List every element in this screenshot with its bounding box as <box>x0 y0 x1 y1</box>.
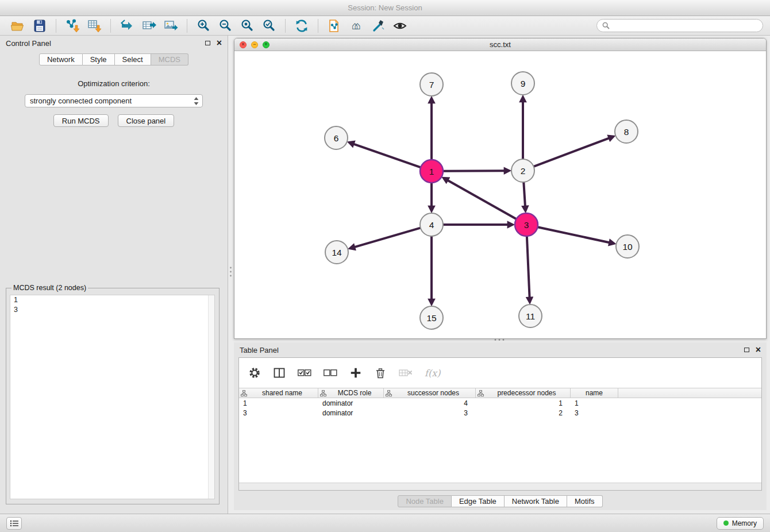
deselect-all-columns-icon[interactable] <box>324 369 337 377</box>
edge-2-3[interactable] <box>523 182 525 206</box>
node-label-1: 1 <box>429 167 434 176</box>
node-label-6: 6 <box>334 133 339 143</box>
first-neighbors-icon: ⌂⌂ <box>352 20 361 32</box>
close-window-button[interactable]: × <box>240 41 247 48</box>
zoom-selected-button[interactable] <box>258 17 280 34</box>
column-header-mcds-role[interactable]: MCDS role <box>318 388 384 398</box>
tab-network-table[interactable]: Network Table <box>505 495 567 507</box>
cell-successor-nodes[interactable]: 3 <box>384 409 476 417</box>
result-scrollbar[interactable] <box>208 295 214 499</box>
edge-3-10[interactable] <box>538 227 610 242</box>
table-settings-gear-icon[interactable] <box>248 367 261 379</box>
vertical-splitter-grip[interactable] <box>229 265 233 278</box>
import-table-button[interactable] <box>83 17 105 34</box>
close-table-panel-icon[interactable]: × <box>756 346 761 353</box>
create-column-plus-icon[interactable] <box>349 367 362 379</box>
table-row[interactable]: 3 dominator 3 2 3 <box>239 408 761 418</box>
apply-style-button[interactable] <box>367 17 389 34</box>
table-panel-title: Table Panel <box>240 346 279 354</box>
zoom-out-icon <box>218 18 233 33</box>
mcds-result-list[interactable]: 1 3 <box>10 295 215 499</box>
function-builder-icon-disabled: f(x) <box>425 368 440 379</box>
network-canvas[interactable]: 7968124310141511 <box>234 51 766 338</box>
column-header-shared-name[interactable]: shared name <box>239 388 318 398</box>
document-share-icon <box>327 18 342 33</box>
zoom-out-button[interactable] <box>214 17 236 34</box>
delete-column-trash-icon[interactable] <box>374 367 387 379</box>
tab-select[interactable]: Select <box>115 53 151 65</box>
first-neighbors-button[interactable]: ⌂⌂ <box>345 17 367 34</box>
show-hide-button[interactable] <box>389 17 411 34</box>
show-column-panel-icon[interactable] <box>273 367 286 379</box>
search-icon <box>602 22 610 29</box>
cell-mcds-role[interactable]: dominator <box>318 409 384 417</box>
node-label-4: 4 <box>429 220 434 230</box>
zoom-in-button[interactable] <box>192 17 214 34</box>
node-label-3: 3 <box>524 220 529 230</box>
tab-network[interactable]: Network <box>39 53 83 65</box>
cell-predecessor-nodes[interactable]: 2 <box>476 409 571 417</box>
control-panel-tabs: Network Style Select MCDS <box>0 53 228 65</box>
zoom-in-icon <box>196 18 211 33</box>
window-title: Session: New Session <box>348 3 422 12</box>
tree-icon <box>241 390 247 396</box>
network-window-title: scc.txt <box>234 40 766 49</box>
maximize-window-button[interactable]: + <box>263 41 270 48</box>
tab-edge-table[interactable]: Edge Table <box>452 495 505 507</box>
export-image-button[interactable] <box>160 17 182 34</box>
cell-predecessor-nodes[interactable]: 1 <box>476 399 571 407</box>
cell-shared-name[interactable]: 3 <box>239 409 318 417</box>
network-view-window: × − + scc.txt 7968124310141511 <box>234 38 767 339</box>
close-panel-button[interactable]: Close panel <box>118 114 175 127</box>
close-panel-icon[interactable]: × <box>217 40 222 47</box>
export-table-button[interactable] <box>138 17 160 34</box>
edge-1-2[interactable] <box>443 171 505 171</box>
search-box[interactable] <box>596 19 763 32</box>
new-network-from-selection-button[interactable] <box>324 17 345 34</box>
zoom-fit-button[interactable] <box>236 17 258 34</box>
column-header-successor-nodes[interactable]: successor nodes <box>384 388 476 398</box>
minimize-window-button[interactable]: − <box>251 41 258 48</box>
column-header-predecessor-nodes[interactable]: predecessor nodes <box>476 388 571 398</box>
table-panel: Table Panel × <box>234 342 767 510</box>
export-network-icon <box>120 18 134 33</box>
table-tabs: Node Table Edge Table Network Table Moti… <box>234 495 767 507</box>
cell-name[interactable]: 1 <box>571 399 618 407</box>
table-row[interactable]: 1 dominator 4 1 1 <box>239 398 761 408</box>
save-session-button[interactable] <box>29 17 51 34</box>
column-header-name[interactable]: name <box>571 388 618 398</box>
cell-mcds-role[interactable]: dominator <box>318 399 384 407</box>
run-mcds-button[interactable]: Run MCDS <box>53 114 109 127</box>
toolbar-separator <box>110 19 111 33</box>
export-network-button[interactable] <box>116 17 138 34</box>
window-titlebar[interactable]: Session: New Session <box>0 0 770 16</box>
table-horizontal-scrollbar[interactable] <box>239 483 761 490</box>
cell-successor-nodes[interactable]: 4 <box>384 399 476 407</box>
edge-2-8[interactable] <box>534 138 609 167</box>
edge-4-14[interactable] <box>355 228 421 247</box>
tree-icon <box>320 390 326 396</box>
import-network-button[interactable] <box>61 17 83 34</box>
task-history-button[interactable] <box>6 517 22 530</box>
network-window-titlebar[interactable]: × − + scc.txt <box>234 38 766 51</box>
node-label-7: 7 <box>429 80 434 90</box>
memory-button[interactable]: Memory <box>717 517 764 530</box>
tab-node-table[interactable]: Node Table <box>398 495 452 507</box>
tab-style[interactable]: Style <box>83 53 115 65</box>
cell-shared-name[interactable]: 1 <box>239 399 318 407</box>
edge-3-1[interactable] <box>448 180 517 219</box>
search-input[interactable] <box>613 22 757 30</box>
cell-name[interactable]: 3 <box>571 409 618 417</box>
toolbar-separator <box>318 19 318 33</box>
open-session-button[interactable] <box>7 17 29 34</box>
criterion-select[interactable]: strongly connected component <box>25 94 203 107</box>
select-all-columns-icon[interactable] <box>298 369 311 377</box>
float-table-panel-icon[interactable] <box>744 348 749 352</box>
float-panel-icon[interactable] <box>205 41 210 45</box>
tab-motifs[interactable]: Motifs <box>567 495 603 507</box>
zoom-fit-icon <box>240 18 255 33</box>
edge-3-11[interactable] <box>527 236 530 298</box>
refresh-layout-button[interactable] <box>291 17 313 34</box>
edge-1-6[interactable] <box>353 144 421 168</box>
tab-mcds[interactable]: MCDS <box>151 53 188 65</box>
